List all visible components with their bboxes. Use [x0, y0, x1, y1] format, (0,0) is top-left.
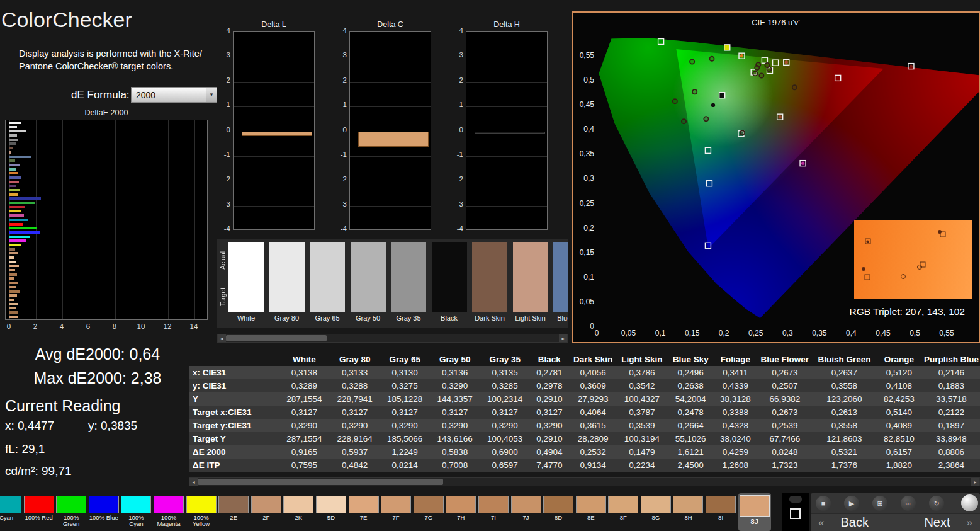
patch-2f[interactable]: 2F [251, 493, 281, 531]
loop-button[interactable]: ∞ [901, 496, 916, 511]
scroll-right-icon[interactable]: ► [559, 334, 567, 342]
deltae-bar [9, 147, 13, 149]
scroll-left-icon[interactable]: ◄ [189, 478, 198, 486]
table-cell: 0,3288 [330, 379, 380, 392]
refresh-button[interactable]: ↻ [929, 496, 944, 511]
swatch-gray-80[interactable]: Gray 80 [269, 242, 305, 322]
deltae-chart-plot [5, 120, 208, 320]
patch-100-green[interactable]: 100% Green [56, 493, 86, 531]
patch-cyan[interactable]: Cyan [0, 493, 21, 531]
patch-7h[interactable]: 7H [446, 493, 476, 531]
patch-8g[interactable]: 8G [641, 493, 671, 531]
axis-tick-label: -1 [217, 151, 230, 158]
patch-100-magenta[interactable]: 100% Magenta [154, 493, 184, 531]
de-formula-select[interactable]: 2000 ▼ [131, 87, 217, 103]
next-button[interactable]: Next » [896, 515, 980, 530]
back-button[interactable]: « Back [811, 515, 896, 530]
table-scrollbar-thumb[interactable] [198, 479, 443, 485]
table-scrollbar[interactable]: ◄ ► [189, 477, 980, 486]
axis-tick-label: -4 [333, 225, 347, 232]
stop-button[interactable]: ■ [816, 496, 831, 511]
deltae-bar [9, 265, 19, 267]
patch-8h[interactable]: 8H [673, 493, 703, 531]
table-row-label: Target Y [189, 432, 279, 445]
swatch-black[interactable]: Black [432, 242, 467, 322]
patch-7e[interactable]: 7E [349, 493, 379, 531]
patch-label: 8D [543, 515, 573, 521]
patch-8f[interactable]: 8F [608, 493, 638, 531]
table-column-header: Purplish Blue [923, 353, 980, 366]
patch-label: 8I [706, 515, 736, 521]
swatch-blue-sky[interactable]: Blue Sky [553, 242, 568, 322]
patch-label: 7J [511, 515, 541, 521]
axis-tick-label: 1 [333, 101, 347, 108]
swatch-gray-35[interactable]: Gray 35 [391, 242, 426, 322]
patch-8e[interactable]: 8E [576, 493, 606, 531]
swatch-scrollbar[interactable]: ◄ ► [217, 334, 568, 343]
table-row: y: CIE310,32890,32880,32750,32900,32850,… [189, 379, 980, 392]
patch-label: 100% Yellow [186, 515, 217, 528]
table-column-header: Black [530, 353, 569, 366]
patch-label: 8F [608, 515, 638, 521]
axis-tick-label: 4 [55, 323, 68, 330]
patch-label: 5D [316, 515, 346, 521]
patch-5d[interactable]: 5D [316, 493, 346, 531]
patch-2e[interactable]: 2E [218, 493, 249, 531]
table-cell: 0,2613 [813, 406, 876, 419]
patch-100-cyan[interactable]: 100% Cyan [121, 493, 151, 531]
patch-7j[interactable]: 7J [511, 493, 541, 531]
patch-2k[interactable]: 2K [283, 493, 313, 531]
swatch-label: Gray 80 [269, 314, 305, 322]
measured-circle-marker [759, 73, 763, 77]
scroll-right-icon[interactable]: ► [971, 478, 979, 486]
patch-100-yellow[interactable]: 100% Yellow [186, 493, 217, 531]
swatch-light-skin[interactable]: Light Skin [513, 242, 548, 322]
swatch-gray-50[interactable]: Gray 50 [351, 242, 386, 322]
swatch-gray-65[interactable]: Gray 65 [310, 242, 345, 322]
panel-toggle-button[interactable] [789, 496, 802, 503]
patch-color-chip [706, 496, 736, 513]
table-cell: 0,2532 [569, 445, 617, 459]
deltae-bar [9, 277, 14, 280]
swatch-color-chip [472, 242, 507, 312]
deltae-bar [9, 181, 19, 183]
axis-tick-label: 0,5 [574, 76, 594, 84]
table-cell: 185,1228 [380, 392, 430, 406]
swatch-dark-skin[interactable]: Dark Skin [472, 242, 507, 322]
swatch-scrollbar-thumb[interactable] [226, 335, 327, 341]
deltae-bar [9, 311, 18, 314]
chevron-down-icon[interactable]: ▼ [206, 88, 217, 102]
axis-tick-label: 1 [449, 101, 463, 108]
deltae-bar [9, 286, 16, 288]
table-cell: 0,3542 [617, 379, 667, 392]
patch-7i[interactable]: 7I [478, 493, 509, 531]
swatch-color-chip [391, 242, 426, 312]
table-scrollbar-track[interactable] [198, 478, 971, 486]
pattern-button[interactable]: ⊞ [872, 496, 887, 511]
round-indicator-button[interactable] [961, 494, 978, 511]
axis-tick-label: 0,05 [619, 329, 639, 338]
swatch-white[interactable]: White [228, 242, 264, 322]
patch-100-blue[interactable]: 100% Blue [89, 493, 119, 531]
table-cell: 0,3558 [813, 379, 876, 392]
swatch-scrollbar-track[interactable] [226, 334, 559, 342]
table-row-label: ΔE 2000 [189, 445, 279, 459]
deltae-bar [9, 236, 30, 238]
patch-color-chip [414, 496, 444, 513]
patch-7g[interactable]: 7G [414, 493, 444, 531]
table-cell: 0,2122 [923, 406, 980, 419]
pattern-window-button[interactable] [782, 493, 809, 531]
patch-7f[interactable]: 7F [381, 493, 411, 531]
deltae-bar [9, 269, 15, 271]
table-cell: 0,3290 [430, 419, 480, 432]
patch-8j[interactable]: 8J [738, 493, 771, 531]
scroll-left-icon[interactable]: ◄ [218, 334, 226, 342]
axis-tick-label: 3 [333, 51, 347, 59]
patch-8d[interactable]: 8D [543, 493, 573, 531]
play-button[interactable]: ▶ [844, 496, 859, 511]
patch-100-red[interactable]: 100% Red [24, 493, 54, 531]
patch-8i[interactable]: 8I [706, 493, 736, 531]
deltae-bar [9, 139, 18, 141]
deltae-bar [9, 252, 18, 254]
deltae-bar [9, 206, 25, 208]
